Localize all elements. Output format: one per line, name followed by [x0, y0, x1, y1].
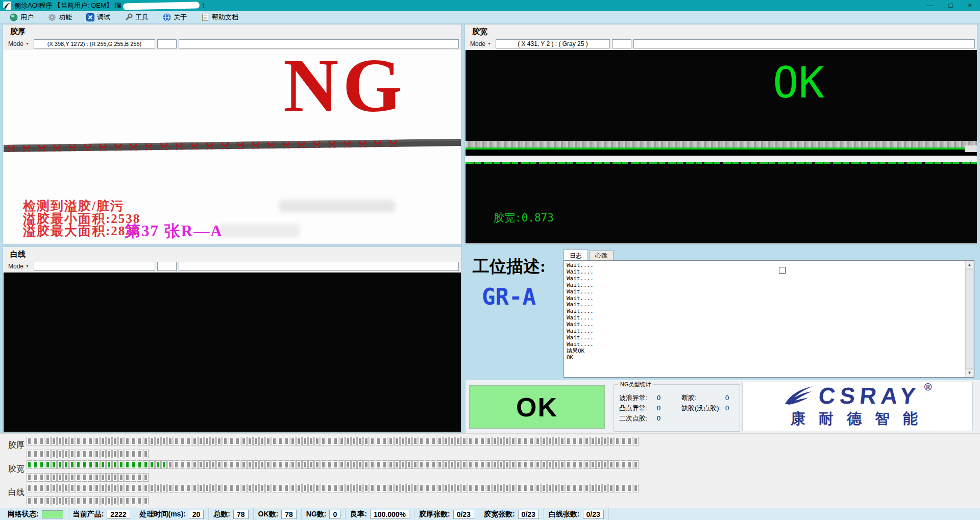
mode-dropdown[interactable]: Mode ▼ — [6, 39, 32, 48]
maximize-button[interactable]: □ — [949, 0, 953, 11]
indicator-cell — [363, 484, 369, 492]
indicator-cell — [412, 484, 418, 492]
statusbar-segment-6: 良率:100.000% — [346, 508, 414, 520]
indicator-cell — [63, 437, 69, 445]
log-list[interactable]: Wait....Wait....Wait....Wait....Wait....… — [564, 260, 974, 378]
indicator-cell — [357, 437, 363, 445]
indicator-cell — [51, 437, 57, 445]
help-doc-icon — [201, 13, 209, 21]
indicator-cell — [492, 437, 498, 445]
indicator-group-label: 胶厚 — [8, 440, 24, 451]
scroll-thumb[interactable] — [965, 269, 974, 369]
tool-box-wide — [633, 39, 975, 48]
indicator-cell — [627, 460, 632, 469]
stat-row: 缺胶(没点胶):0 — [681, 403, 729, 413]
indicator-area: 胶厚胶宽白线 — [0, 433, 980, 508]
indicator-cell — [69, 473, 75, 482]
network-status-indicator — [42, 510, 63, 518]
mode-dropdown[interactable]: Mode ▼ — [468, 39, 494, 48]
indicator-cell — [229, 484, 234, 492]
log-line: Wait.... — [567, 289, 964, 295]
indicator-cell — [247, 437, 253, 445]
menu-item-4[interactable]: 工具 — [120, 12, 153, 23]
indicator-cell — [94, 460, 100, 469]
glue-thickness-title: 胶厚 — [3, 24, 461, 37]
menu-item-6[interactable]: 帮助文档 — [197, 12, 243, 23]
indicator-cell — [455, 437, 461, 445]
indicator-cell — [425, 484, 430, 492]
indicator-cell — [82, 460, 87, 469]
log-line: Wait.... — [567, 269, 964, 276]
indicator-cell — [94, 484, 100, 492]
indicator-cell — [523, 484, 528, 492]
mode-dropdown[interactable]: Mode ▼ — [6, 262, 32, 271]
statusbar-value: 20 — [189, 510, 204, 519]
indicator-cell — [382, 437, 387, 445]
window-title-tail: 1 — [202, 2, 205, 10]
indicator-cell — [39, 484, 44, 492]
indicator-cell — [400, 437, 406, 445]
indicator-cell — [88, 437, 93, 445]
glue-thickness-image[interactable]: NG 检测到溢胶/脏污 溢胶最小面积:2538 溢胶最大面积:2838 第37 … — [4, 50, 461, 243]
indicator-cell — [412, 460, 418, 469]
whiteout-smudge — [279, 200, 395, 212]
indicator-cell — [69, 460, 75, 469]
menu-item-5[interactable]: 关于 — [158, 12, 191, 23]
indicator-cell — [39, 473, 44, 482]
indicator-cell — [106, 473, 112, 482]
indicator-row1 — [27, 437, 639, 445]
statusbar-segment-8: 胶宽张数:0/23 — [479, 508, 544, 520]
indicator-cell — [204, 437, 210, 445]
indicator-cell — [57, 473, 63, 482]
log-tab-1[interactable]: 日志 — [564, 250, 588, 260]
vendor-logo: CSRAY ® 康耐德智能 — [742, 382, 973, 431]
tool-box-small — [157, 262, 177, 271]
indicator-cell — [412, 437, 418, 445]
bead-corner-block — [965, 145, 977, 152]
indicator-cell — [578, 437, 583, 445]
indicator-cell — [492, 460, 498, 469]
indicator-cell — [370, 484, 375, 492]
log-line: Wait.... — [567, 302, 964, 308]
detect-line: 溢胶最大面积:2838 — [23, 225, 140, 238]
scroll-up-button[interactable]: ▲ — [965, 261, 974, 269]
log-line: Wait.... — [567, 295, 964, 302]
network-status-segment: 网络状态: — [3, 508, 68, 520]
indicator-group-label: 白线 — [8, 487, 24, 498]
indicator-cell — [204, 460, 210, 469]
indicator-cell — [88, 497, 93, 505]
indicator-cell — [449, 437, 455, 445]
menu-item-3[interactable]: 调试 — [82, 12, 115, 23]
indicator-cell — [241, 460, 247, 469]
log-line: Wait.... — [567, 282, 964, 289]
glue-width-image[interactable]: OK 胶宽:0.873 — [465, 50, 977, 243]
scroll-down-button[interactable]: ▼ — [965, 369, 974, 377]
indicator-cell — [235, 460, 240, 469]
statusbar-value: 0 — [329, 510, 340, 519]
bead-green-dashed-edge — [465, 162, 977, 164]
indicator-cell — [33, 437, 38, 445]
indicator-cell — [498, 484, 504, 492]
log-scrollbar[interactable]: ▲ ▼ — [965, 261, 974, 377]
indicator-cell — [333, 460, 338, 469]
log-tab-2[interactable]: 心跳 — [589, 251, 614, 260]
indicator-cell — [100, 473, 106, 482]
log-line: Wait.... — [567, 321, 964, 328]
white-line-image[interactable] — [4, 273, 461, 432]
indicator-group-label: 胶宽 — [8, 464, 24, 475]
menu-item-1[interactable]: 用户 — [5, 12, 38, 23]
indicator-cell — [137, 450, 142, 458]
close-button[interactable]: × — [968, 0, 972, 11]
log-checkbox[interactable] — [779, 267, 786, 274]
indicator-row2 — [27, 497, 149, 505]
menu-item-2[interactable]: 功能 — [43, 12, 77, 23]
indicator-cell — [357, 460, 363, 469]
indicator-row1 — [27, 460, 639, 469]
indicator-cell — [57, 450, 63, 458]
log-line: Wait.... — [567, 308, 964, 315]
minimize-button[interactable]: — — [927, 0, 934, 11]
indicator-cell — [69, 450, 75, 458]
indicator-cell — [125, 460, 130, 469]
indicator-cell — [82, 497, 87, 505]
indicator-cell — [596, 460, 602, 469]
